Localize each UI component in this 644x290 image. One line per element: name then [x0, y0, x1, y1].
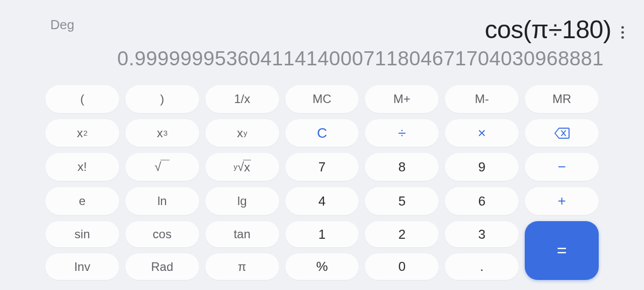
digit-4-button[interactable]: 4 [285, 187, 359, 215]
expression-wrap: cos(π÷180) [485, 15, 624, 44]
plus-button[interactable]: + [525, 187, 599, 215]
reciprocal-button[interactable]: 1/x [205, 85, 279, 113]
e-button[interactable]: e [45, 187, 119, 215]
display-area: Deg cos(π÷180) 0.99999995360411414000711… [0, 0, 644, 75]
rad-button[interactable]: Rad [125, 253, 199, 280]
decimal-point-button[interactable]: . [445, 253, 519, 280]
digit-8-button[interactable]: 8 [365, 153, 439, 181]
tan-button[interactable]: tan [205, 221, 279, 248]
power-base: x [237, 126, 243, 140]
power-exp: y [244, 129, 247, 137]
digit-5-button[interactable]: 5 [365, 187, 439, 215]
nth-root-button[interactable]: y√x [205, 153, 279, 181]
multiply-button[interactable]: × [445, 119, 519, 147]
digit-3-button[interactable]: 3 [445, 221, 519, 248]
minus-button[interactable]: − [525, 153, 599, 181]
backspace-icon [554, 128, 570, 139]
right-paren-button[interactable]: ) [125, 85, 199, 113]
memory-add-button[interactable]: M+ [365, 85, 439, 113]
digit-1-button[interactable]: 1 [285, 221, 359, 248]
cube-base: x [157, 126, 163, 140]
backspace-button[interactable] [525, 119, 599, 147]
square-exp: 2 [84, 129, 88, 137]
nroot-index: y [233, 163, 237, 171]
cube-exp: 3 [164, 129, 168, 137]
power-button[interactable]: xy [205, 119, 279, 147]
square-button[interactable]: x2 [45, 119, 119, 147]
factorial-button[interactable]: x! [45, 153, 119, 181]
result-display: 0.99999995360411414000711804671704030968… [50, 47, 624, 70]
equals-button[interactable]: = [525, 221, 599, 280]
digit-9-button[interactable]: 9 [445, 153, 519, 181]
pi-button[interactable]: π [205, 253, 279, 280]
memory-subtract-button[interactable]: M- [445, 85, 519, 113]
inv-button[interactable]: Inv [45, 253, 119, 280]
digit-2-button[interactable]: 2 [365, 221, 439, 248]
memory-clear-button[interactable]: MC [285, 85, 359, 113]
sqrt-button[interactable]: √ [125, 153, 199, 181]
nroot-radicand: x [243, 160, 251, 174]
divide-button[interactable]: ÷ [365, 119, 439, 147]
percent-button[interactable]: % [285, 253, 359, 280]
cos-button[interactable]: cos [125, 221, 199, 248]
digit-7-button[interactable]: 7 [285, 153, 359, 181]
clear-button[interactable]: C [285, 119, 359, 147]
sin-button[interactable]: sin [45, 221, 119, 248]
more-menu-icon[interactable] [621, 26, 624, 39]
display-top-row: Deg cos(π÷180) [50, 15, 624, 44]
digit-0-button[interactable]: 0 [365, 253, 439, 280]
digit-6-button[interactable]: 6 [445, 187, 519, 215]
angle-mode-label: Deg [50, 17, 74, 33]
keypad: ( ) 1/x MC M+ M- MR x2 x3 xy C ÷ × x! √ [0, 75, 644, 290]
cube-button[interactable]: x3 [125, 119, 199, 147]
memory-recall-button[interactable]: MR [525, 85, 599, 113]
expression-display: cos(π÷180) [485, 15, 611, 44]
ln-button[interactable]: ln [125, 187, 199, 215]
left-paren-button[interactable]: ( [45, 85, 119, 113]
lg-button[interactable]: lg [205, 187, 279, 215]
square-base: x [77, 126, 83, 140]
